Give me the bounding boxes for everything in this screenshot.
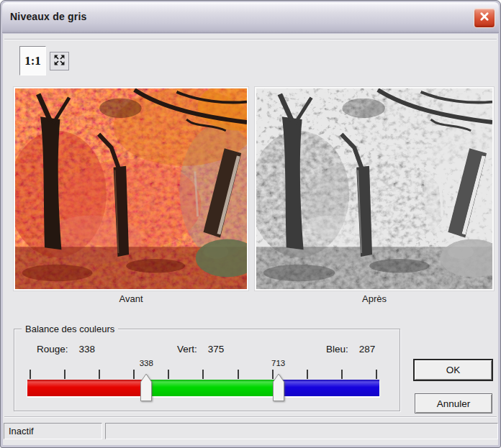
toolbar-separator <box>4 39 497 40</box>
status-state: Inactif <box>4 423 102 439</box>
ok-button[interactable]: OK <box>413 359 493 381</box>
green-channel-value: 375 <box>208 344 225 355</box>
red-channel-value: 338 <box>79 344 96 355</box>
color-balance-slider[interactable]: 338 713 <box>27 359 379 403</box>
green-range-segment <box>146 380 278 396</box>
handle2-value-label: 713 <box>271 359 285 367</box>
close-icon <box>479 12 489 24</box>
cancel-button[interactable]: Annuler <box>415 393 492 413</box>
handle1-value-label: 338 <box>140 359 153 367</box>
blue-range-segment <box>279 380 379 396</box>
green-channel-label: Vert:375 <box>177 344 224 355</box>
before-image-panel <box>13 86 249 291</box>
after-image-panel <box>254 86 495 291</box>
red-green-slider-handle[interactable] <box>140 373 152 401</box>
close-button[interactable] <box>474 8 495 28</box>
before-caption: Avant <box>13 293 249 305</box>
status-separator <box>4 416 497 418</box>
dialog-window: Niveaux de gris 1:1 <box>0 0 501 448</box>
actual-size-button[interactable]: 1:1 <box>19 46 46 76</box>
slider-track <box>27 380 379 396</box>
blue-channel-value: 287 <box>359 344 376 355</box>
dialog-body: 1:1 <box>3 34 498 445</box>
green-blue-slider-handle[interactable] <box>273 373 284 401</box>
red-channel-label: Rouge:338 <box>37 344 95 355</box>
slider-ticks <box>30 370 377 379</box>
blue-channel-label: Bleu:287 <box>326 344 375 355</box>
status-message <box>105 423 498 439</box>
red-range-segment <box>27 380 146 396</box>
before-image <box>15 88 247 289</box>
group-title: Balance des couleurs <box>22 324 118 334</box>
color-balance-group: Balance des couleurs Rouge:338 Vert:375 … <box>14 329 400 411</box>
fit-to-window-button[interactable] <box>50 52 69 70</box>
title-bar: Niveaux de gris <box>2 2 499 33</box>
window-title: Niveaux de gris <box>10 11 87 22</box>
after-image-grayscale <box>256 88 492 289</box>
after-caption: Après <box>254 293 495 305</box>
expand-arrows-icon <box>53 54 66 68</box>
